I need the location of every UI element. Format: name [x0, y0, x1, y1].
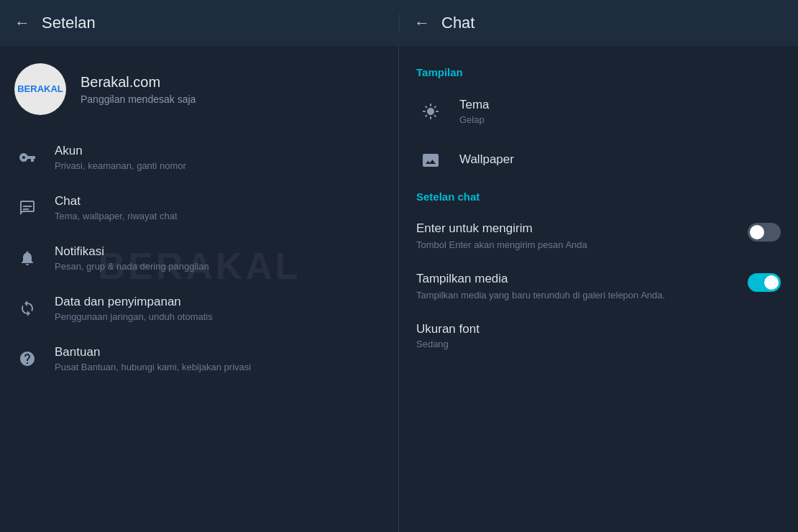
section-setelan-chat: Setelan chat: [399, 185, 798, 211]
header-right: ← Chat: [399, 14, 798, 32]
settings-label-data: Data dan penyimpanan: [55, 295, 213, 309]
back-arrow-right[interactable]: ←: [414, 14, 430, 32]
settings-item-notifikasi[interactable]: Notifikasi Pesan, grup & nada dering pan…: [0, 233, 398, 283]
settings-desc-data: Penggunaan jaringan, unduh otomatis: [55, 311, 213, 322]
data-icon: [14, 295, 40, 321]
toggle-knob-media: [764, 275, 779, 290]
toggle-desc-enter: Tombol Enter akan mengirim pesan Anda: [416, 239, 733, 252]
bell-icon: [14, 245, 40, 271]
settings-item-akun[interactable]: Akun Privasi, keamanan, ganti nomor: [0, 132, 398, 183]
profile-subtitle: Panggilan mendesak saja: [81, 93, 196, 105]
settings-desc-chat: Tema, wallpaper, riwayat chat: [55, 211, 178, 221]
settings-text-notifikasi: Notifikasi Pesan, grup & nada dering pan…: [55, 244, 209, 272]
right-desc-tema: Gelap: [459, 114, 490, 125]
section-tampilan: Tampilan: [399, 60, 798, 87]
profile-name: Berakal.com: [81, 74, 196, 91]
toggle-text-enter: Enter untuk mengirim Tombol Enter akan m…: [416, 221, 733, 252]
right-text-font: Ukuran font Sedang: [416, 322, 480, 349]
left-panel: BERAKAL BERAKAL Berakal.com Panggilan me…: [0, 46, 399, 532]
right-label-font: Ukuran font: [416, 322, 480, 336]
back-arrow-left[interactable]: ←: [14, 14, 30, 32]
settings-item-data[interactable]: Data dan penyimpanan Penggunaan jaringan…: [0, 283, 398, 334]
settings-text-akun: Akun Privasi, keamanan, ganti nomor: [55, 144, 186, 171]
toggle-label-enter: Enter untuk mengirim: [416, 221, 733, 236]
avatar-text: BERAKAL: [17, 83, 63, 95]
settings-label-bantuan: Bantuan: [55, 345, 251, 359]
profile-section[interactable]: BERAKAL Berakal.com Panggilan mendesak s…: [0, 46, 398, 132]
right-item-font[interactable]: Ukuran font Sedang: [399, 312, 798, 359]
avatar: BERAKAL: [14, 63, 66, 115]
right-label-tema: Tema: [459, 98, 490, 112]
settings-label-notifikasi: Notifikasi: [55, 244, 209, 259]
toggle-knob-enter: [750, 225, 764, 239]
svg-rect-0: [23, 206, 32, 207]
right-text-tema: Tema Gelap: [459, 98, 490, 125]
settings-desc-notifikasi: Pesan, grup & nada dering panggilan: [55, 261, 209, 272]
settings-item-bantuan[interactable]: Bantuan Pusat Bantuan, hubungi kami, keb…: [0, 334, 398, 384]
right-desc-font: Sedang: [416, 339, 480, 349]
chat-icon: [14, 195, 40, 221]
settings-text-chat: Chat Tema, wallpaper, riwayat chat: [55, 194, 178, 221]
settings-desc-bantuan: Pusat Bantuan, hubungi kami, kebijakan p…: [55, 362, 251, 372]
right-item-wallpaper[interactable]: Wallpaper: [399, 136, 798, 185]
settings-desc-akun: Privasi, keamanan, ganti nomor: [55, 160, 186, 171]
settings-text-data: Data dan penyimpanan Penggunaan jaringan…: [55, 295, 213, 322]
svg-rect-1: [23, 208, 29, 210]
main-content: BERAKAL BERAKAL Berakal.com Panggilan me…: [0, 46, 798, 532]
right-item-tema[interactable]: Tema Gelap: [399, 87, 798, 136]
settings-text-bantuan: Bantuan Pusat Bantuan, hubungi kami, keb…: [55, 345, 251, 372]
header-title-left: Setelan: [42, 14, 96, 32]
right-item-media[interactable]: Tampilkan media Tampilkan media yang bar…: [399, 262, 798, 312]
settings-item-chat[interactable]: Chat Tema, wallpaper, riwayat chat: [0, 183, 398, 233]
toggle-text-media: Tampilkan media Tampilkan media yang bar…: [416, 272, 733, 302]
wallpaper-icon: [416, 146, 445, 175]
toggle-desc-media: Tampilkan media yang baru terunduh di ga…: [416, 289, 733, 302]
right-label-wallpaper: Wallpaper: [459, 152, 514, 167]
toggle-label-media: Tampilkan media: [416, 272, 733, 286]
app-header: ← Setelan ← Chat: [0, 0, 798, 46]
right-item-enter[interactable]: Enter untuk mengirim Tombol Enter akan m…: [399, 211, 798, 262]
right-text-wallpaper: Wallpaper: [459, 152, 514, 169]
profile-info: Berakal.com Panggilan mendesak saja: [81, 74, 196, 105]
theme-icon: [416, 97, 445, 126]
settings-label-akun: Akun: [55, 144, 186, 158]
settings-label-chat: Chat: [55, 194, 178, 208]
header-left: ← Setelan: [0, 14, 399, 32]
right-panel: Tampilan Tema Gelap Wallpaper: [399, 46, 798, 532]
toggle-switch-media[interactable]: [748, 273, 781, 292]
toggle-switch-enter[interactable]: [748, 223, 781, 242]
help-icon: [14, 346, 40, 372]
header-title-right: Chat: [441, 14, 474, 32]
key-icon: [14, 145, 40, 170]
